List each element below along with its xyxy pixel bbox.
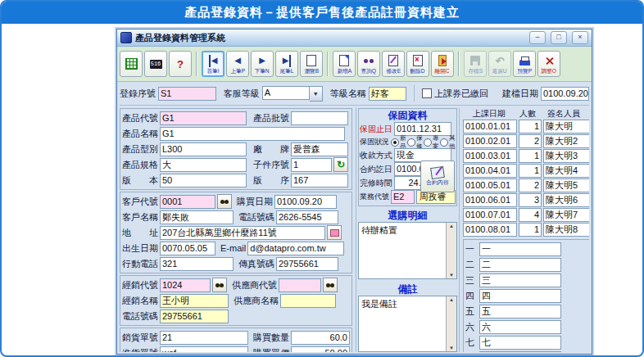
refresh-button[interactable]: ↻ <box>333 157 348 172</box>
class-date-field[interactable]: 0100.05.01 <box>463 178 517 192</box>
maximize-button[interactable]: □ <box>551 31 567 44</box>
class-signer-field[interactable]: 陳大明4 <box>543 164 589 178</box>
toolbar-exit-button[interactable]: 離開C <box>431 51 454 77</box>
radio-other[interactable] <box>440 138 448 147</box>
class-count-field[interactable]: 2 <box>519 134 542 148</box>
numeral-field[interactable]: 五 <box>479 305 561 319</box>
class-date-field[interactable]: 0100.02.01 <box>463 134 517 148</box>
create-date-field[interactable]: 0100.09.20 <box>541 87 589 101</box>
class-signer-field[interactable]: 陳大明5 <box>543 178 589 192</box>
class-count-field[interactable]: 1 <box>519 149 542 163</box>
class-count-field[interactable]: 1 <box>519 164 542 178</box>
address-card-button[interactable] <box>327 225 342 240</box>
toolbar-undo-button[interactable]: ↶還原U <box>488 51 511 77</box>
supplier-lookup-button[interactable] <box>323 278 338 292</box>
close-button[interactable]: × <box>572 31 588 44</box>
brand-field[interactable]: 愛普森 <box>291 142 348 156</box>
numeral-field[interactable]: 二 <box>479 258 561 272</box>
birth-date-field[interactable]: 0070.05.05 <box>160 242 215 255</box>
class-signer-field[interactable]: 陳大明7 <box>543 208 589 222</box>
notes-textarea[interactable]: 我是備註 ▲▼ <box>358 296 457 353</box>
toolbar-grid-view-button[interactable] <box>120 51 143 77</box>
toolbar-browse-button[interactable]: 瀏覽B <box>300 51 323 77</box>
buy-date-field[interactable]: 0100.09.20 <box>274 195 337 209</box>
minimize-button[interactable]: – <box>529 31 546 44</box>
class-count-field[interactable]: 2 <box>519 178 542 192</box>
class-date-field[interactable]: 0100.03.01 <box>463 149 517 163</box>
class-signer-field[interactable]: 陳大明8 <box>543 223 589 237</box>
dealer-code-field[interactable]: 1024 <box>160 278 211 292</box>
chevron-down-icon[interactable]: ▼ <box>310 86 323 102</box>
radio-new[interactable] <box>391 138 399 147</box>
class-date-field[interactable]: 0100.06.01 <box>463 193 517 207</box>
class-count-field[interactable]: 1 <box>519 223 542 237</box>
scrollbar[interactable]: ▲▼ <box>446 223 456 278</box>
toolbar-last-button[interactable]: ▶尾筆L <box>275 51 298 77</box>
class-signer-field[interactable]: 陳大明 <box>543 120 589 133</box>
toolbar-edit-button[interactable]: 修改E <box>382 51 405 77</box>
numeral-field[interactable]: 三 <box>479 273 561 287</box>
toolbar-counter-button[interactable]: 516 <box>144 51 167 77</box>
class-signer-field[interactable]: 陳大明6 <box>543 193 589 207</box>
product-name-field[interactable]: G1 <box>160 127 345 141</box>
class-count-field[interactable]: 4 <box>519 208 542 222</box>
coupon-returned-checkbox[interactable] <box>422 88 432 98</box>
toolbar-next-button[interactable]: ▶下筆N <box>251 51 274 77</box>
toolbar-add-button[interactable]: 新增A <box>333 51 356 77</box>
toolbar-first-button[interactable]: ◀首筆I <box>202 51 224 77</box>
numeral-field[interactable]: 六 <box>479 320 561 334</box>
dealer-name-field[interactable]: 王小明 <box>160 294 229 308</box>
toolbar-preview-button[interactable]: 預覽P <box>513 51 536 77</box>
toolbar-help-button[interactable]: ? <box>169 51 192 77</box>
numeral-field[interactable]: 七 <box>479 336 561 350</box>
sales-code-field[interactable]: E2 <box>391 190 415 204</box>
sub-serial-field[interactable]: 1 <box>291 158 332 172</box>
purchase-order-field[interactable]: wef <box>160 346 248 353</box>
class-signer-field[interactable]: 陳大明2 <box>543 134 589 148</box>
dealer-phone-field[interactable]: 29755661 <box>160 310 229 323</box>
numeral-field[interactable]: 四 <box>479 289 561 303</box>
toolbar-query-button[interactable]: 查詢Q <box>357 51 380 77</box>
options-detail-textarea[interactable]: 待辦精置 ▲▼ <box>358 222 457 279</box>
level-name-field[interactable]: 好客 <box>369 87 406 101</box>
customer-phone-field[interactable]: 2626-5545 <box>276 210 338 224</box>
scroll-up-icon[interactable]: ▲ <box>449 296 454 303</box>
numeral-field[interactable]: 八 <box>479 351 561 352</box>
class-date-field[interactable]: 0100.01.01 <box>463 120 517 133</box>
radio-project[interactable] <box>424 138 432 147</box>
email-field[interactable]: d@datapro.com.tw <box>247 242 344 255</box>
unit-price-field[interactable]: 50.00 <box>291 346 350 353</box>
customer-name-field[interactable]: 鄭失敗 <box>160 210 234 224</box>
scroll-up-icon[interactable]: ▲ <box>449 223 454 229</box>
address-field[interactable]: 207台北縣萬里鄉什麼路11號 <box>160 226 325 240</box>
supplier-name-field[interactable] <box>280 294 336 308</box>
toolbar-save-button[interactable]: 存檔S <box>464 51 487 77</box>
numeral-field[interactable]: 一 <box>479 242 561 256</box>
toolbar-prev-button[interactable]: ◀上筆P <box>226 51 249 77</box>
scroll-down-icon[interactable]: ▼ <box>449 272 454 278</box>
product-type-field[interactable]: L300 <box>160 142 247 156</box>
contract-content-button[interactable]: 合約內容 <box>420 160 455 192</box>
scroll-down-icon[interactable]: ▼ <box>449 345 454 351</box>
class-date-field[interactable]: 0100.07.01 <box>463 208 517 222</box>
qty-field[interactable]: 60.0 <box>291 331 350 345</box>
class-signer-field[interactable]: 陳大明3 <box>543 149 589 163</box>
class-count-field[interactable]: 3 <box>519 193 542 207</box>
toolbar-delete-button[interactable]: ×刪除D <box>406 51 429 77</box>
product-code-field[interactable]: G1 <box>160 111 247 125</box>
fax-field[interactable]: 29755661 <box>276 257 338 271</box>
login-no-field[interactable]: S1 <box>158 87 216 101</box>
mobile-field[interactable]: 321 <box>160 257 234 271</box>
class-count-field[interactable]: 1 <box>519 120 542 133</box>
dealer-lookup-button[interactable] <box>212 278 227 292</box>
class-date-field[interactable]: 0100.04.01 <box>463 164 517 178</box>
class-date-field[interactable]: 0100.08.01 <box>463 223 517 237</box>
customer-code-field[interactable]: 0001 <box>160 195 215 209</box>
service-level-dropdown[interactable]: A▼ <box>262 86 323 102</box>
supplier-code-field[interactable] <box>279 278 321 292</box>
sales-order-field[interactable]: 21 <box>160 331 248 345</box>
scrollbar[interactable]: ▲▼ <box>446 296 456 352</box>
radio-repair[interactable] <box>407 138 415 147</box>
customer-lookup-button[interactable] <box>217 194 232 209</box>
version-field[interactable]: 50 <box>160 174 247 188</box>
